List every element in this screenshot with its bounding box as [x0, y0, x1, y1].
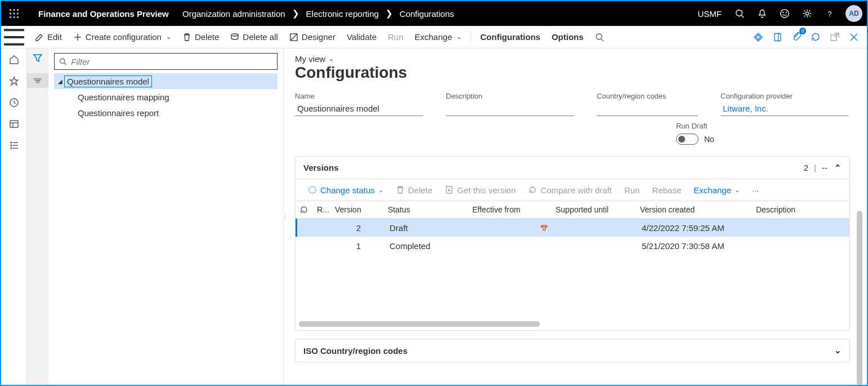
- company-code[interactable]: USMF: [691, 9, 729, 19]
- calendar-icon[interactable]: 📅: [540, 225, 548, 233]
- breadcrumb-item[interactable]: Electronic reporting: [306, 9, 379, 19]
- app-launcher-icon[interactable]: [1, 1, 27, 26]
- validate-button[interactable]: Validate: [341, 26, 382, 48]
- edit-button[interactable]: Edit: [29, 26, 68, 48]
- delete-all-button[interactable]: Delete all: [225, 26, 284, 48]
- column-version[interactable]: Version: [330, 205, 383, 214]
- more-button[interactable]: ···: [746, 181, 765, 199]
- field-value[interactable]: Questionnaires model: [295, 103, 423, 116]
- svg-rect-24: [831, 35, 836, 41]
- column-r[interactable]: R...: [312, 205, 330, 214]
- workspaces-icon[interactable]: [1, 114, 27, 134]
- compare-button: Compare with draft: [522, 181, 618, 199]
- diamond-icon[interactable]: [750, 29, 767, 46]
- cell-version: 1: [332, 241, 385, 251]
- star-icon[interactable]: [1, 71, 27, 91]
- avatar[interactable]: AD: [845, 5, 862, 22]
- chevron-right-icon: ❯: [292, 8, 299, 19]
- breadcrumb-item[interactable]: Configurations: [400, 9, 454, 19]
- svg-rect-3: [10, 13, 11, 15]
- lines-icon[interactable]: [27, 73, 48, 88]
- column-status[interactable]: Status: [383, 205, 468, 214]
- svg-point-9: [736, 10, 742, 16]
- table-row[interactable]: 1 Completed 5/21/2020 7:30:58 AM: [296, 237, 849, 255]
- cell-created: 4/22/2022 7:59:25 AM: [637, 223, 753, 233]
- field-value[interactable]: [597, 103, 698, 116]
- iso-title: ISO Country/region codes: [303, 346, 408, 356]
- designer-button[interactable]: Designer: [284, 26, 341, 48]
- modules-icon[interactable]: [1, 135, 27, 156]
- chevron-up-icon[interactable]: ⌃: [834, 163, 842, 173]
- field-provider: Configuration provider Litware, Inc.: [721, 92, 849, 116]
- field-label: Country/region codes: [597, 92, 698, 100]
- delete-all-label: Delete all: [243, 32, 278, 42]
- home-icon[interactable]: [1, 50, 27, 70]
- cell-effective: 📅: [469, 223, 553, 233]
- attachments-icon[interactable]: 0: [788, 29, 805, 46]
- svg-rect-5: [17, 13, 19, 15]
- version-exchange-label: Exchange: [693, 185, 731, 195]
- column-effective[interactable]: Effective from: [468, 205, 551, 214]
- breadcrumb-item[interactable]: Organization administration: [182, 9, 285, 19]
- chevron-right-icon: ❯: [386, 8, 393, 19]
- funnel-icon[interactable]: [33, 53, 43, 385]
- refresh-column-icon[interactable]: [296, 206, 312, 214]
- refresh-icon[interactable]: [807, 29, 824, 46]
- left-rail: [1, 48, 27, 385]
- app-title: Finance and Operations Preview: [27, 9, 182, 19]
- search-icon: [59, 57, 66, 65]
- column-description[interactable]: Description: [751, 205, 825, 214]
- main-content: My view ⌄ Configurations Name Questionna…: [287, 48, 867, 385]
- clock-icon[interactable]: [1, 92, 27, 113]
- my-view-dropdown[interactable]: My view ⌄: [295, 54, 850, 64]
- options-tab[interactable]: Options: [546, 26, 589, 48]
- bell-icon[interactable]: [751, 1, 773, 26]
- horizontal-scrollbar[interactable]: [299, 321, 846, 327]
- delete-button[interactable]: Delete: [177, 26, 225, 48]
- cell-status: Completed: [385, 241, 469, 251]
- office-icon[interactable]: [769, 29, 786, 46]
- edit-label: Edit: [47, 32, 62, 42]
- caret-down-icon[interactable]: ◢: [56, 78, 64, 85]
- configurations-tab[interactable]: Configurations: [475, 26, 546, 48]
- exchange-button[interactable]: Exchange ⌄: [409, 26, 468, 48]
- search-icon[interactable]: [728, 1, 751, 26]
- table-row[interactable]: 2 Draft 📅 4/22/2022 7:59:25 AM: [296, 219, 849, 237]
- hamburger-icon[interactable]: [1, 26, 27, 48]
- svg-line-21: [290, 34, 297, 41]
- versions-header[interactable]: Versions 2 | -- ⌃: [296, 157, 849, 179]
- configurations-label: Configurations: [480, 32, 540, 42]
- popout-icon[interactable]: [826, 29, 843, 46]
- version-exchange-button[interactable]: Exchange ⌄: [688, 181, 745, 199]
- smile-icon[interactable]: [773, 1, 796, 26]
- tree-node-questionnaires-model[interactable]: ◢ Questionnaires model: [54, 73, 278, 89]
- grid-header: R... Version Status Effective from Suppo…: [296, 201, 849, 219]
- tree-filter-box[interactable]: [54, 53, 278, 70]
- column-supported[interactable]: Supported until: [551, 205, 636, 214]
- close-icon[interactable]: [845, 29, 862, 46]
- tree-node-label: Questionnaires mapping: [75, 92, 172, 103]
- designer-label: Designer: [302, 32, 335, 42]
- gear-icon[interactable]: [796, 1, 818, 26]
- search-action[interactable]: [589, 26, 610, 48]
- chevron-down-icon[interactable]: ⌄: [834, 345, 842, 356]
- svg-rect-6: [10, 16, 11, 18]
- help-icon[interactable]: ?: [818, 1, 841, 26]
- vertical-scrollbar[interactable]: [857, 211, 862, 385]
- svg-rect-8: [17, 16, 19, 18]
- versions-count: 2: [804, 163, 808, 172]
- tree-filter-input[interactable]: [70, 56, 272, 67]
- change-status-button[interactable]: Change status ⌄: [302, 181, 389, 199]
- field-value[interactable]: [446, 103, 574, 116]
- run-draft-toggle[interactable]: No: [676, 134, 850, 145]
- column-created[interactable]: Version created: [636, 205, 751, 214]
- svg-point-34: [11, 142, 12, 143]
- version-delete-button: Delete: [390, 181, 438, 199]
- create-configuration-button[interactable]: Create configuration ⌄: [68, 26, 177, 48]
- tree-node-questionnaires-report[interactable]: Questionnaires report: [54, 105, 278, 121]
- tree-node-questionnaires-mapping[interactable]: Questionnaires mapping: [54, 89, 278, 105]
- svg-line-23: [601, 39, 603, 41]
- options-label: Options: [552, 32, 584, 42]
- iso-header[interactable]: ISO Country/region codes ⌄: [296, 339, 849, 362]
- field-value-link[interactable]: Litware, Inc.: [721, 103, 849, 116]
